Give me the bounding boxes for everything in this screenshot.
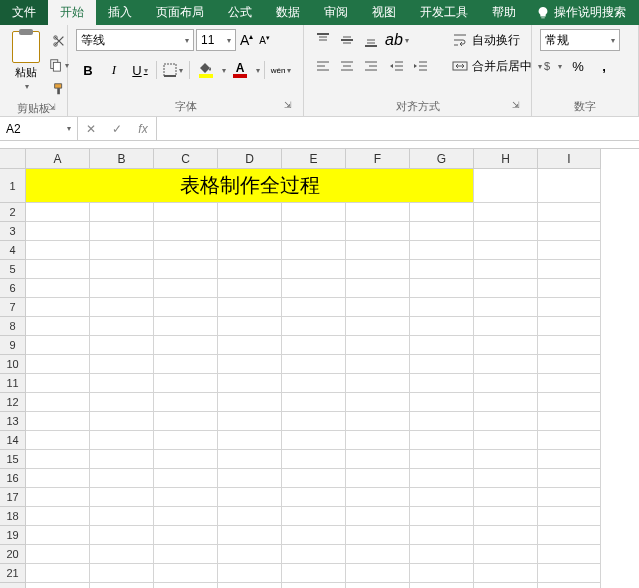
cell-D8[interactable] — [218, 317, 282, 336]
column-header-B[interactable]: B — [90, 149, 154, 169]
cell-D18[interactable] — [218, 507, 282, 526]
cell-I4[interactable] — [538, 241, 601, 260]
cell-F13[interactable] — [346, 412, 410, 431]
font-name-select[interactable]: 等线 ▾ — [76, 29, 194, 51]
row-header-1[interactable]: 1 — [0, 169, 26, 203]
cell-A6[interactable] — [26, 279, 90, 298]
row-header-16[interactable]: 16 — [0, 469, 26, 488]
cell-I11[interactable] — [538, 374, 601, 393]
font-size-select[interactable]: 11 ▾ — [196, 29, 236, 51]
tab-page-layout[interactable]: 页面布局 — [144, 0, 216, 25]
cell-G5[interactable] — [410, 260, 474, 279]
row-header-14[interactable]: 14 — [0, 431, 26, 450]
cell-A10[interactable] — [26, 355, 90, 374]
tell-me-search[interactable]: 操作说明搜索 — [528, 0, 634, 25]
cell-H15[interactable] — [474, 450, 538, 469]
cell-G6[interactable] — [410, 279, 474, 298]
cell-F4[interactable] — [346, 241, 410, 260]
cell-E7[interactable] — [282, 298, 346, 317]
orientation-button[interactable]: ab▾ — [386, 29, 408, 51]
cell-C11[interactable] — [154, 374, 218, 393]
cell-A4[interactable] — [26, 241, 90, 260]
cell-I10[interactable] — [538, 355, 601, 374]
paste-button[interactable]: 粘贴 ▾ — [8, 29, 44, 93]
cell-D6[interactable] — [218, 279, 282, 298]
decrease-font-button[interactable]: A▾ — [257, 34, 272, 46]
cell-D20[interactable] — [218, 545, 282, 564]
align-center-button[interactable] — [336, 55, 358, 77]
cell-C3[interactable] — [154, 222, 218, 241]
cell-H1[interactable] — [474, 169, 538, 203]
cell-C8[interactable] — [154, 317, 218, 336]
cell-B22[interactable] — [90, 583, 154, 588]
cell-D15[interactable] — [218, 450, 282, 469]
cell-C20[interactable] — [154, 545, 218, 564]
cell-B3[interactable] — [90, 222, 154, 241]
align-right-button[interactable] — [360, 55, 382, 77]
cell-B12[interactable] — [90, 393, 154, 412]
increase-indent-button[interactable] — [410, 55, 432, 77]
cell-E4[interactable] — [282, 241, 346, 260]
cell-B19[interactable] — [90, 526, 154, 545]
copy-button[interactable]: ▾ — [48, 55, 70, 75]
name-box[interactable]: A2 ▾ — [0, 117, 78, 140]
enter-formula-button[interactable]: ✓ — [104, 122, 130, 136]
insert-function-button[interactable]: fx — [130, 122, 156, 136]
align-top-button[interactable] — [312, 29, 334, 51]
row-header-10[interactable]: 10 — [0, 355, 26, 374]
cell-F9[interactable] — [346, 336, 410, 355]
cell-E13[interactable] — [282, 412, 346, 431]
row-header-12[interactable]: 12 — [0, 393, 26, 412]
cell-G21[interactable] — [410, 564, 474, 583]
cell-B10[interactable] — [90, 355, 154, 374]
column-header-A[interactable]: A — [26, 149, 90, 169]
cell-H7[interactable] — [474, 298, 538, 317]
cell-C15[interactable] — [154, 450, 218, 469]
cell-B5[interactable] — [90, 260, 154, 279]
cell-E15[interactable] — [282, 450, 346, 469]
cell-A5[interactable] — [26, 260, 90, 279]
cell-F6[interactable] — [346, 279, 410, 298]
row-header-17[interactable]: 17 — [0, 488, 26, 507]
cell-I3[interactable] — [538, 222, 601, 241]
cell-E12[interactable] — [282, 393, 346, 412]
row-header-9[interactable]: 9 — [0, 336, 26, 355]
cell-I22[interactable] — [538, 583, 601, 588]
cell-B21[interactable] — [90, 564, 154, 583]
cell-G10[interactable] — [410, 355, 474, 374]
cell-D10[interactable] — [218, 355, 282, 374]
cell-C18[interactable] — [154, 507, 218, 526]
cell-E3[interactable] — [282, 222, 346, 241]
tab-file[interactable]: 文件 — [0, 0, 48, 25]
dialog-launcher-icon[interactable]: ⇲ — [509, 100, 523, 114]
cell-E22[interactable] — [282, 583, 346, 588]
cell-G13[interactable] — [410, 412, 474, 431]
cell-H11[interactable] — [474, 374, 538, 393]
dialog-launcher-icon[interactable]: ⇲ — [281, 100, 295, 114]
column-header-C[interactable]: C — [154, 149, 218, 169]
cell-I18[interactable] — [538, 507, 601, 526]
cell-C17[interactable] — [154, 488, 218, 507]
cell-F19[interactable] — [346, 526, 410, 545]
cell-F8[interactable] — [346, 317, 410, 336]
cell-I7[interactable] — [538, 298, 601, 317]
cell-G9[interactable] — [410, 336, 474, 355]
cell-E16[interactable] — [282, 469, 346, 488]
dialog-launcher-icon[interactable]: ⇲ — [45, 102, 59, 116]
column-header-F[interactable]: F — [346, 149, 410, 169]
cell-C5[interactable] — [154, 260, 218, 279]
cell-G16[interactable] — [410, 469, 474, 488]
cell-A22[interactable] — [26, 583, 90, 588]
cell-E10[interactable] — [282, 355, 346, 374]
row-header-21[interactable]: 21 — [0, 564, 26, 583]
row-header-6[interactable]: 6 — [0, 279, 26, 298]
row-header-19[interactable]: 19 — [0, 526, 26, 545]
cell-C10[interactable] — [154, 355, 218, 374]
cell-I12[interactable] — [538, 393, 601, 412]
cell-H22[interactable] — [474, 583, 538, 588]
cell-B8[interactable] — [90, 317, 154, 336]
cell-H14[interactable] — [474, 431, 538, 450]
underline-button[interactable]: U▾ — [128, 59, 152, 81]
phonetic-guide-button[interactable]: wén ▾ — [269, 59, 293, 81]
format-painter-button[interactable] — [48, 79, 70, 99]
